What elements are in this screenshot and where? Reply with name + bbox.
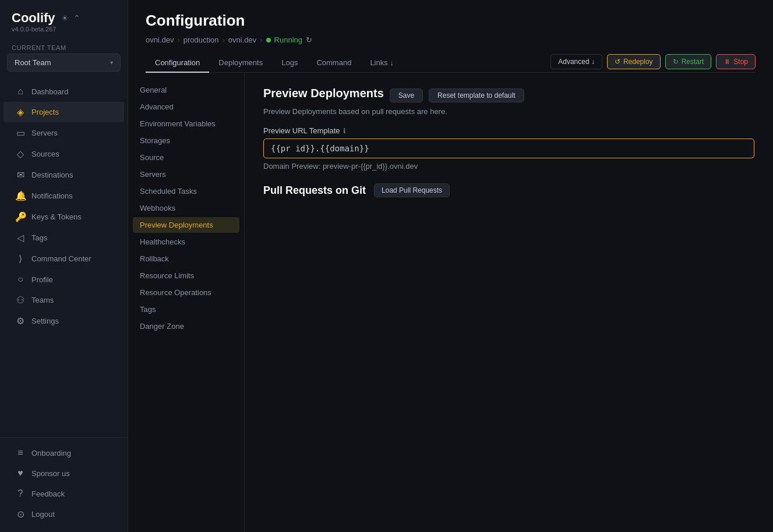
sidebar-item-command-center[interactable]: ⟩ Command Center (3, 249, 124, 269)
logo-area: Coolify ☀ ⌃ v4.0.0-beta.267 (0, 0, 128, 37)
breadcrumb: ovni.dev › production › ovni.dev › Runni… (146, 36, 756, 44)
domain-preview-value: preview-pr-{{pr_id}}.ovni.dev (323, 162, 418, 171)
sidebar: Coolify ☀ ⌃ v4.0.0-beta.267 Current Team… (0, 0, 128, 532)
sidebar-item-settings[interactable]: ⚙ Settings (3, 311, 124, 331)
breadcrumb-service: ovni.dev (228, 36, 256, 44)
settings-icon: ⚙ (15, 315, 26, 327)
sidebar-item-projects[interactable]: ◈ Projects (3, 102, 124, 122)
sub-nav-tags[interactable]: Tags (133, 302, 239, 317)
status-text: Running (274, 36, 302, 44)
stop-button[interactable]: ⏸ Stop (716, 54, 756, 69)
body-layout: GeneralAdvancedEnvironment VariablesStor… (128, 73, 773, 532)
stop-label: Stop (733, 58, 748, 66)
keys-tokens-icon: 🔑 (15, 211, 26, 222)
page-title: Configuration (146, 12, 756, 30)
sub-nav-resource-limits[interactable]: Resource Limits (133, 268, 239, 283)
sidebar-item-sources[interactable]: ◇ Sources (3, 144, 124, 164)
pull-requests-title: Pull Requests on Git (263, 185, 366, 197)
content-panel: Preview Deployments Save Reset template … (245, 73, 773, 532)
url-template-input[interactable] (263, 139, 754, 158)
teams-icon: ⚇ (15, 295, 26, 306)
onboarding-icon: ≡ (15, 448, 26, 458)
sidebar-bottom-sponsor[interactable]: ♥ Sponsor us (3, 463, 124, 483)
advanced-label: Advanced ↓ (558, 58, 595, 66)
sub-nav-env-vars[interactable]: Environment Variables (133, 116, 239, 132)
sidebar-item-destinations[interactable]: ✉ Destinations (3, 165, 124, 185)
expand-icon[interactable]: ⌃ (72, 12, 82, 24)
sub-nav-healthchecks[interactable]: Healthchecks (133, 234, 239, 250)
breadcrumb-sep-2: › (222, 36, 224, 44)
restart-icon: ↻ (673, 58, 679, 66)
app-name: Coolify (12, 10, 55, 26)
sub-sidebar: GeneralAdvancedEnvironment VariablesStor… (128, 73, 245, 532)
domain-preview: Domain Preview: preview-pr-{{pr_id}}.ovn… (263, 162, 754, 171)
topbar: Configuration ovni.dev › production › ov… (128, 0, 773, 73)
chevron-down-icon: ▾ (110, 59, 113, 66)
sidebar-item-keys-tokens[interactable]: 🔑 Keys & Tokens (3, 207, 124, 227)
domain-preview-label: Domain Preview: (263, 162, 320, 171)
breadcrumb-sep-1: › (177, 36, 179, 44)
tab-actions: Advanced ↓ ↺ Redeploy ↻ Restart ⏸ Stop (550, 54, 756, 72)
tab-logs[interactable]: Logs (272, 54, 307, 73)
sidebar-bottom-onboarding[interactable]: ≡ Onboarding (3, 443, 124, 463)
tab-configuration[interactable]: Configuration (146, 54, 209, 73)
tab-deployments[interactable]: Deployments (209, 54, 272, 73)
breadcrumb-env: production (183, 36, 219, 44)
reset-button[interactable]: Reset template to default (429, 88, 524, 102)
tab-links[interactable]: Links ↓ (361, 54, 403, 73)
sponsor-icon: ♥ (15, 468, 26, 478)
app-version: v4.0.0-beta.267 (12, 26, 116, 33)
pull-requests-section: Pull Requests on Git Load Pull Requests (263, 183, 754, 197)
url-template-label: Preview URL Template (263, 126, 340, 135)
advanced-button[interactable]: Advanced ↓ (550, 54, 602, 69)
notifications-icon: 🔔 (15, 190, 26, 201)
redeploy-icon: ↺ (615, 58, 620, 66)
sidebar-bottom: ≡ Onboarding ♥ Sponsor us ? Feedback ⊙ L… (0, 437, 128, 532)
servers-icon: ▭ (15, 127, 26, 139)
load-pull-requests-button[interactable]: Load Pull Requests (374, 183, 450, 197)
save-button[interactable]: Save (390, 88, 423, 102)
breadcrumb-project: ovni.dev (146, 36, 174, 44)
sub-nav-source[interactable]: Source (133, 150, 239, 165)
sub-nav-general[interactable]: General (133, 82, 239, 98)
refresh-icon[interactable]: ↻ (306, 36, 312, 44)
main-area: Configuration ovni.dev › production › ov… (128, 0, 773, 532)
section-header-row: Preview Deployments Save Reset template … (263, 87, 754, 104)
sidebar-item-servers[interactable]: ▭ Servers (3, 123, 124, 143)
command-center-icon: ⟩ (15, 253, 26, 264)
destinations-icon: ✉ (15, 169, 26, 180)
sub-nav-rollback[interactable]: Rollback (133, 251, 239, 267)
url-template-label-row: Preview URL Template ℹ (263, 126, 754, 135)
current-team-label: Current Team (0, 37, 128, 54)
sidebar-item-profile[interactable]: ○ Profile (3, 269, 124, 289)
profile-icon: ○ (15, 274, 26, 285)
sub-nav-advanced[interactable]: Advanced (133, 99, 239, 115)
sidebar-item-tags[interactable]: ◁ Tags (3, 228, 124, 248)
tab-command[interactable]: Command (307, 54, 361, 73)
sub-nav-servers[interactable]: Servers (133, 166, 239, 182)
sub-nav-webhooks[interactable]: Webhooks (133, 200, 239, 216)
sub-nav-resource-operations[interactable]: Resource Operations (133, 285, 239, 300)
restart-button[interactable]: ↻ Restart (665, 54, 712, 69)
dashboard-icon: ⌂ (15, 86, 26, 97)
feedback-icon: ? (15, 488, 26, 499)
sidebar-item-notifications[interactable]: 🔔 Notifications (3, 186, 124, 206)
sidebar-item-dashboard[interactable]: ⌂ Dashboard (3, 81, 124, 101)
team-selector[interactable]: Root Team ▾ (7, 54, 121, 72)
settings-icon[interactable]: ☀ (60, 12, 70, 24)
team-name: Root Team (15, 58, 51, 67)
sub-nav-danger-zone[interactable]: Danger Zone (133, 318, 239, 334)
section-title: Preview Deployments (263, 87, 384, 100)
sub-nav-preview-deployments[interactable]: Preview Deployments (133, 217, 239, 233)
redeploy-button[interactable]: ↺ Redeploy (607, 54, 661, 69)
info-icon: ℹ (343, 127, 346, 135)
tags-icon: ◁ (15, 232, 26, 243)
sub-nav-scheduled-tasks[interactable]: Scheduled Tasks (133, 183, 239, 199)
breadcrumb-sep-3: › (260, 36, 262, 44)
sidebar-bottom-logout[interactable]: ⊙ Logout (3, 504, 124, 524)
sub-nav-storages[interactable]: Storages (133, 133, 239, 148)
sidebar-item-teams[interactable]: ⚇ Teams (3, 290, 124, 310)
tabs-bar: ConfigurationDeploymentsLogsCommandLinks… (146, 54, 756, 73)
sidebar-bottom-feedback[interactable]: ? Feedback (3, 484, 124, 503)
stop-icon: ⏸ (723, 58, 730, 66)
